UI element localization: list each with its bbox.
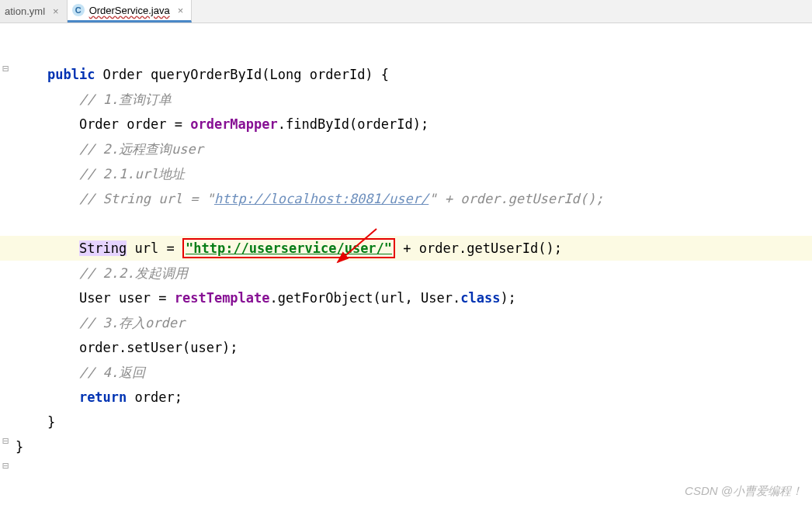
editor-tabs: ation.yml × C OrderService.java × — [0, 0, 812, 23]
tab-orderservice[interactable]: C OrderService.java × — [68, 0, 193, 22]
fold-icon[interactable]: ⊟ — [0, 62, 11, 74]
code-line: // 2.1.url地址 — [0, 161, 812, 186]
code-line: } — [0, 410, 812, 434]
tab-label: ation.yml — [5, 5, 45, 17]
code-line: // 2.远程查询user — [0, 137, 812, 161]
tab-ation-yml[interactable]: ation.yml × — [0, 0, 68, 22]
code-line: // 4.返回 — [0, 360, 812, 385]
code-line — [0, 211, 812, 236]
tab-label: OrderService.java — [89, 5, 170, 16]
code-line: return order; — [0, 385, 812, 410]
code-line-highlighted: String url = "http://userservice/user/" … — [0, 236, 812, 261]
code-line: // 1.查询订单 — [0, 87, 812, 112]
code-editor[interactable]: public Order queryOrderById(Long orderId… — [0, 23, 812, 459]
fold-icon[interactable]: ⊟ — [0, 459, 11, 472]
close-icon[interactable]: × — [178, 5, 184, 16]
java-class-icon: C — [72, 4, 85, 16]
code-line: public Order queryOrderById(Long orderId… — [0, 62, 812, 87]
highlighted-url-box: "http://userservice/user/" — [182, 238, 395, 258]
fold-icon[interactable]: ⊟ — [0, 434, 11, 447]
code-line: } — [0, 434, 812, 459]
code-line: // 3.存入order — [0, 310, 812, 335]
code-line: Order order = orderMapper.findById(order… — [0, 112, 812, 137]
code-line: // 2.2.发起调用 — [0, 261, 812, 285]
close-icon[interactable]: × — [53, 5, 59, 17]
code-line — [0, 37, 812, 62]
code-line: // String url = "http://localhost:8081/u… — [0, 186, 812, 211]
code-line: order.setUser(user); — [0, 335, 812, 360]
code-line: User user = restTemplate.getForObject(ur… — [0, 285, 812, 310]
watermark: CSDN @小曹爱编程！ — [685, 484, 803, 499]
